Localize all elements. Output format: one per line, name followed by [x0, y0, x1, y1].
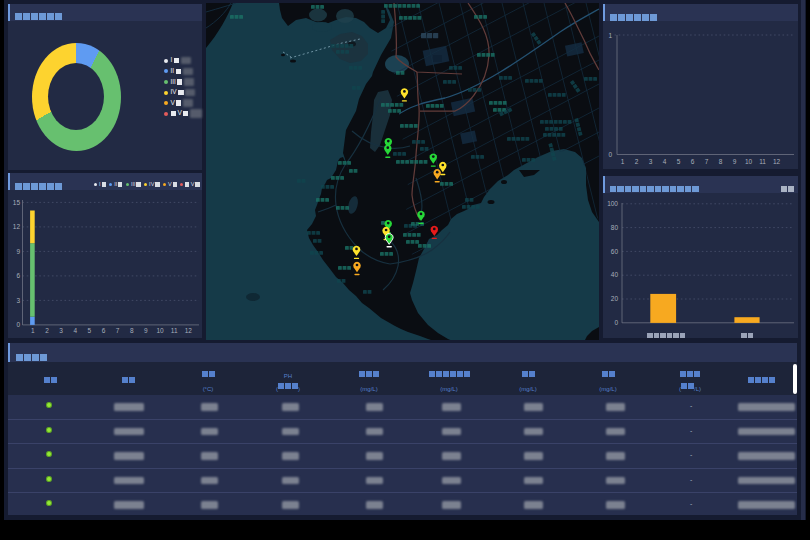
svg-text:6: 6: [691, 158, 695, 165]
svg-text:11: 11: [171, 327, 178, 334]
svg-text:4: 4: [73, 327, 77, 334]
svg-text:4: 4: [663, 158, 667, 165]
svg-text:5: 5: [677, 158, 681, 165]
svg-text:7: 7: [705, 158, 709, 165]
svg-text:3: 3: [16, 297, 20, 304]
svg-text:7: 7: [116, 327, 120, 334]
svg-text:6: 6: [16, 272, 20, 279]
svg-text:10: 10: [745, 158, 753, 165]
svg-text:9: 9: [144, 327, 148, 334]
svg-text:2: 2: [45, 327, 49, 334]
svg-text:2: 2: [635, 158, 639, 165]
svg-text:60: 60: [611, 247, 619, 254]
svg-text:1: 1: [608, 32, 612, 39]
svg-text:10: 10: [156, 327, 164, 334]
svg-text:0: 0: [614, 319, 618, 326]
svg-text:1: 1: [621, 158, 625, 165]
svg-text:1: 1: [31, 327, 35, 334]
svg-text:80: 80: [611, 223, 619, 230]
svg-text:8: 8: [130, 327, 134, 334]
svg-text:0: 0: [608, 151, 612, 158]
svg-text:9: 9: [16, 248, 20, 255]
svg-text:15: 15: [13, 199, 21, 206]
svg-text:12: 12: [773, 158, 781, 165]
svg-text:100: 100: [607, 200, 618, 207]
svg-text:40: 40: [611, 271, 619, 278]
svg-text:5: 5: [88, 327, 92, 334]
svg-text:20: 20: [611, 295, 619, 302]
svg-text:12: 12: [13, 223, 21, 230]
svg-text:0: 0: [16, 321, 20, 328]
svg-text:8: 8: [719, 158, 723, 165]
svg-text:9: 9: [733, 158, 737, 165]
svg-text:3: 3: [59, 327, 63, 334]
svg-text:11: 11: [759, 158, 766, 165]
svg-text:3: 3: [649, 158, 653, 165]
svg-text:6: 6: [102, 327, 106, 334]
svg-text:12: 12: [185, 327, 193, 334]
